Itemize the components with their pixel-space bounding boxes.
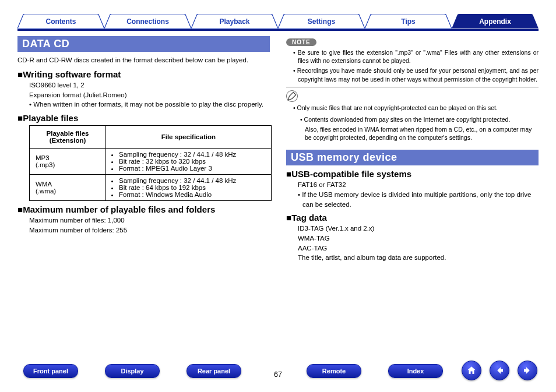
section-banner-usb: USB memory device <box>286 150 539 165</box>
note-item: Only music files that are not copyright-… <box>293 104 539 112</box>
home-icon <box>466 365 477 376</box>
table-row-wma: WMA (.wma) Sampling frequency : 32 / 44.… <box>30 175 272 201</box>
note-item: Be sure to give files the extension ".mp… <box>293 48 539 65</box>
tab-settings[interactable]: Settings <box>278 14 365 29</box>
front-panel-button[interactable]: Front panel <box>23 364 78 378</box>
display-button[interactable]: Display <box>105 364 160 378</box>
spec-item: Bit rate : 32 kbps to 320 kbps <box>119 158 265 165</box>
prev-page-button[interactable] <box>490 361 509 380</box>
table-row-mp3: MP3 (.mp3) Sampling frequency : 32 / 44.… <box>30 149 272 175</box>
text-tag-support: The title, artist, and album tag data ar… <box>298 253 539 263</box>
remote-button[interactable]: Remote <box>307 364 361 378</box>
note-chip: NOTE <box>286 38 316 46</box>
spec-item: Sampling frequency : 32 / 44.1 / 48 kHz <box>119 151 265 158</box>
tab-label: Tips <box>401 17 415 26</box>
index-button[interactable]: Index <box>388 364 443 378</box>
home-button[interactable] <box>462 361 481 380</box>
text-iso: ISO9660 level 1, 2 <box>29 80 270 90</box>
cell-spec-wma: Sampling frequency : 32 / 44.1 / 48 kHz … <box>106 175 272 201</box>
bottom-nav: 67 Front panel Display Rear panel Remote… <box>17 364 539 384</box>
top-divider <box>17 29 539 31</box>
text-max-folders: Maximum number of folders: 255 <box>29 225 270 235</box>
tab-label: Playback <box>219 17 249 26</box>
tab-connections[interactable]: Connections <box>104 14 191 29</box>
spec-item: Format : Windows Media Audio <box>119 191 265 198</box>
note-subitem: Also, files encoded in WMA format when r… <box>300 125 539 142</box>
spec-item: Sampling frequency : 32 / 44.1 / 48 kHz <box>119 177 265 184</box>
arrow-left-icon <box>494 365 505 376</box>
playable-files-table: Playable files (Extension) File specific… <box>29 125 272 201</box>
tab-label: Appendix <box>479 17 511 26</box>
heading-usb-fs: USB-compatible file systems <box>286 169 539 179</box>
pen-note-list: Only music files that are not copyright-… <box>286 104 539 112</box>
tab-tips[interactable]: Tips <box>365 14 452 29</box>
left-column: DATA CD CD-R and CD-RW discs created in … <box>17 36 270 357</box>
section-banner-data-cd: DATA CD <box>17 36 270 52</box>
text-max-files: Maximum number of files: 1,000 <box>29 216 270 225</box>
heading-tag-data: Tag data <box>286 213 539 223</box>
rear-panel-button[interactable]: Rear panel <box>186 364 241 378</box>
note-item: Recordings you have made should only be … <box>293 66 539 83</box>
tab-contents[interactable]: Contents <box>17 14 104 29</box>
text-fat: FAT16 or FAT32 <box>298 180 539 190</box>
heading-max-files: Maximum number of playable files and fol… <box>17 204 270 214</box>
text-wmatag: WMA-TAG <box>298 234 539 243</box>
right-column: NOTE Be sure to give files the extension… <box>286 36 539 357</box>
heading-writing-software: Writing software format <box>17 69 270 79</box>
manual-page: Contents Connections Playback Settings T… <box>0 0 556 392</box>
th-extension: Playable files (Extension) <box>30 126 106 149</box>
note-subitem: Contents downloaded from pay sites on th… <box>300 115 539 123</box>
next-page-button[interactable] <box>518 361 537 380</box>
tab-label: Connections <box>126 17 169 26</box>
cell-spec-mp3: Sampling frequency : 32 / 44.1 / 48 kHz … <box>106 149 272 175</box>
spec-item: Bit rate : 64 kbps to 192 kbps <box>119 184 265 191</box>
cell-ext-wma: WMA (.wma) <box>30 175 106 201</box>
tab-appendix[interactable]: Appendix <box>452 14 539 29</box>
cell-ext-mp3: MP3 (.mp3) <box>30 149 106 175</box>
body-columns: DATA CD CD-R and CD-RW discs created in … <box>17 36 539 357</box>
spec-item: Format : MPEG1 Audio Layer 3 <box>119 165 265 172</box>
text-format-warning: When written in other formats, it may no… <box>29 100 270 110</box>
tab-label: Settings <box>308 17 335 26</box>
tab-label: Contents <box>46 17 76 26</box>
separator <box>286 87 539 87</box>
page-number: 67 <box>17 365 539 384</box>
table-header-row: Playable files (Extension) File specific… <box>30 126 272 149</box>
intro-text: CD-R and CD-RW discs created in the form… <box>17 55 270 65</box>
pencil-icon <box>286 90 298 102</box>
text-aactag: AAC-TAG <box>298 243 539 253</box>
tab-playback[interactable]: Playback <box>191 14 278 29</box>
text-partition: If the USB memory device is divided into… <box>298 190 539 209</box>
note-list: Be sure to give files the extension ".mp… <box>286 48 539 83</box>
heading-playable-files: Playable files <box>17 113 270 123</box>
text-id3: ID3-TAG (Ver.1.x and 2.x) <box>298 224 539 234</box>
text-expansion: Expansion format (Juliet.Romeo) <box>29 90 270 100</box>
arrow-right-icon <box>522 365 533 376</box>
th-spec: File specification <box>106 126 272 149</box>
